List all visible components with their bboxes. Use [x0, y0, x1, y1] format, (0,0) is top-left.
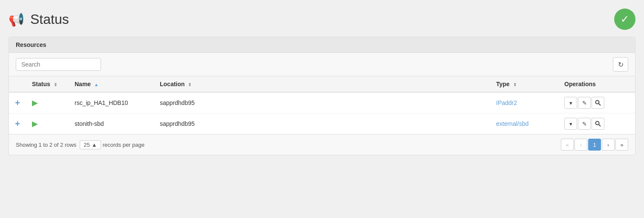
megaphone-icon: 📢: [9, 12, 24, 27]
sort-icon-type[interactable]: ⇕: [513, 82, 517, 87]
resource-type-link[interactable]: IPaddr2: [496, 99, 517, 106]
ops-edit-button[interactable]: ✎: [578, 118, 591, 130]
pagination-first[interactable]: «: [561, 139, 574, 151]
showing-text: Showing 1 to 2 of 2 rows: [16, 142, 76, 148]
svg-line-3: [599, 125, 601, 126]
resource-name: stonith-sbd: [69, 113, 154, 134]
per-page-value: 25: [84, 142, 90, 148]
table-header-row: Status ⇕ Name ▲ Location ⇕ Type ⇕ Operat…: [9, 76, 635, 92]
resource-location: sapprdhdb95: [154, 113, 490, 134]
pagination-next[interactable]: ›: [602, 139, 615, 151]
sort-icon-location[interactable]: ⇕: [188, 82, 191, 87]
page-title: Status: [30, 12, 69, 27]
panel-toolbar: ↻: [9, 53, 635, 76]
col-header-type: Type ⇕: [490, 76, 558, 92]
per-page-arrow: ▲: [92, 142, 97, 148]
sort-icon-status[interactable]: ⇕: [54, 82, 57, 87]
pagination-prev[interactable]: ‹: [575, 139, 587, 151]
resource-location: sapprdhdb95: [154, 92, 490, 113]
status-ok-badge: ✓: [614, 9, 635, 30]
panel-heading: Resources: [9, 37, 635, 53]
operations-group: ▾✎: [564, 97, 629, 109]
ops-dropdown-button[interactable]: ▾: [564, 118, 577, 130]
col-header-status: Status ⇕: [26, 76, 69, 92]
resource-name: rsc_ip_HA1_HDB10: [69, 92, 154, 113]
resources-table: Status ⇕ Name ▲ Location ⇕ Type ⇕ Operat…: [9, 76, 635, 134]
col-header-operations: Operations: [558, 76, 635, 92]
resources-panel: Resources ↻ Status ⇕ Name ▲ Location ⇕ T…: [9, 37, 635, 155]
operations-group: ▾✎: [564, 118, 629, 130]
per-page-label: records per page: [103, 142, 144, 148]
resource-type-link[interactable]: external/sbd: [496, 120, 528, 127]
pagination: « ‹ 1 › »: [561, 139, 628, 151]
status-running-icon: ▶: [32, 119, 38, 128]
svg-point-0: [596, 101, 599, 104]
col-header-location: Location ⇕: [154, 76, 490, 92]
search-input[interactable]: [16, 58, 101, 71]
panel-footer: Showing 1 to 2 of 2 rows 25 ▲ records pe…: [9, 134, 635, 155]
records-per-page: 25 ▲ records per page: [80, 140, 144, 149]
checkmark-icon: ✓: [621, 13, 629, 25]
refresh-button[interactable]: ↻: [613, 57, 628, 72]
ops-search-button[interactable]: [592, 97, 604, 109]
table-row: +▶stonith-sbdsapprdhdb95external/sbd▾✎: [9, 113, 635, 134]
footer-left: Showing 1 to 2 of 2 rows 25 ▲ records pe…: [16, 140, 144, 149]
ops-edit-button[interactable]: ✎: [578, 97, 591, 109]
ops-search-button[interactable]: [592, 118, 604, 130]
header-left: 📢 Status: [9, 12, 69, 27]
table-row: +▶rsc_ip_HA1_HDB10sapprdhdb95IPaddr2▾✎: [9, 92, 635, 113]
ops-dropdown-button[interactable]: ▾: [564, 97, 577, 109]
col-header-name: Name ▲: [69, 76, 154, 92]
page-header: 📢 Status ✓: [9, 9, 635, 30]
svg-line-1: [599, 104, 601, 105]
sort-icon-name[interactable]: ▲: [94, 82, 98, 87]
pagination-current[interactable]: 1: [588, 139, 601, 151]
status-running-icon: ▶: [32, 99, 38, 107]
expand-button[interactable]: +: [15, 98, 20, 108]
refresh-icon: ↻: [618, 61, 624, 69]
per-page-select[interactable]: 25 ▲: [80, 140, 101, 149]
col-header-expand: [9, 76, 26, 92]
svg-point-2: [596, 122, 599, 125]
pagination-last[interactable]: »: [615, 139, 628, 151]
expand-button[interactable]: +: [15, 119, 20, 128]
